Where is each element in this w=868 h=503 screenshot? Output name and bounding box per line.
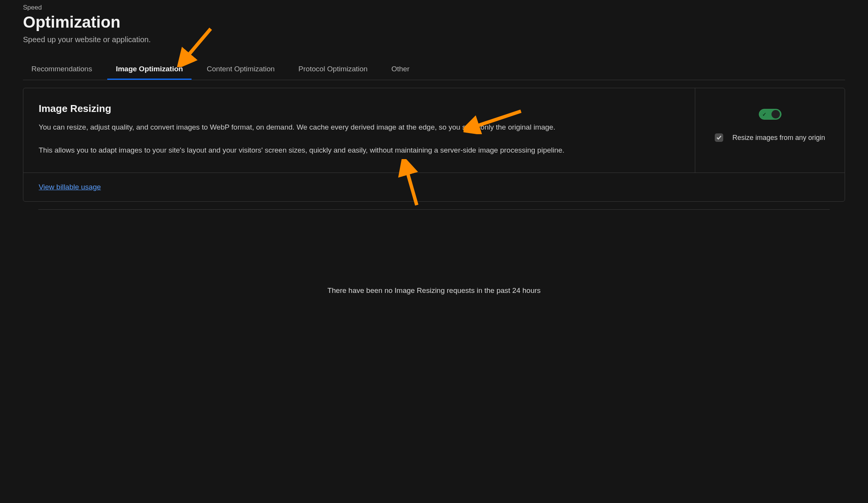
feature-desc-p2: This allows you to adapt images to your …: [39, 145, 680, 156]
checkmark-icon: [716, 135, 722, 140]
tab-other[interactable]: Other: [383, 59, 418, 80]
check-icon: ✓: [762, 112, 766, 117]
empty-state-message: There have been no Image Resizing reques…: [38, 286, 830, 302]
resize-any-origin-label: Resize images from any origin: [732, 134, 825, 142]
image-resizing-card: Image Resizing You can resize, adjust qu…: [23, 88, 845, 202]
tab-recommendations[interactable]: Recommendations: [23, 59, 100, 80]
tabs-nav: Recommendations Image Optimization Conte…: [23, 59, 845, 80]
tab-protocol-optimization[interactable]: Protocol Optimization: [290, 59, 376, 80]
image-resizing-toggle[interactable]: ✓: [759, 109, 781, 120]
breadcrumb: Speed: [23, 4, 845, 12]
tab-image-optimization[interactable]: Image Optimization: [107, 59, 191, 80]
toggle-knob: [771, 110, 780, 118]
divider: [38, 209, 830, 210]
tab-content-optimization[interactable]: Content Optimization: [198, 59, 283, 80]
page-subtitle: Speed up your website or application.: [23, 35, 845, 44]
feature-title: Image Resizing: [39, 103, 680, 115]
page-title: Optimization: [23, 13, 845, 31]
feature-desc-p1: You can resize, adjust quality, and conv…: [39, 122, 680, 133]
view-billable-usage-link[interactable]: View billable usage: [39, 183, 101, 191]
svg-line-1: [183, 29, 211, 61]
feature-description: You can resize, adjust quality, and conv…: [39, 122, 680, 156]
resize-any-origin-checkbox[interactable]: [715, 133, 723, 142]
